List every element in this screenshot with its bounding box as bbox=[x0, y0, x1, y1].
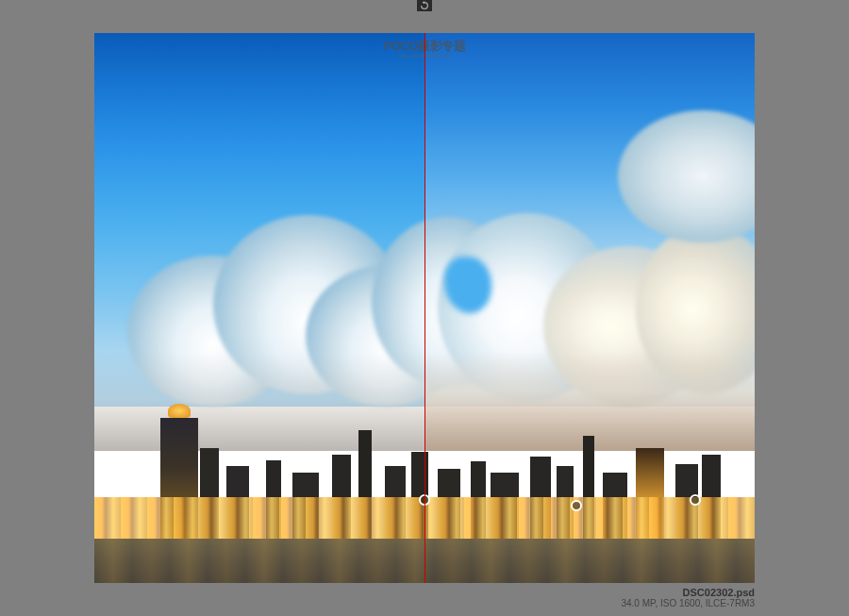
control-point[interactable] bbox=[571, 500, 582, 511]
image-preview[interactable]: POCO摄影专题 http://photo.poco.cn/ bbox=[94, 33, 755, 583]
rotate-icon bbox=[420, 1, 429, 10]
file-metadata: 34.0 MP, ISO 1600, ILCE-7RM3 bbox=[621, 598, 755, 608]
control-point[interactable] bbox=[690, 494, 701, 506]
rotate-handle[interactable] bbox=[417, 0, 432, 11]
file-name: DSC02302.psd bbox=[621, 587, 755, 598]
split-divider[interactable] bbox=[424, 33, 425, 583]
file-info: DSC02302.psd 34.0 MP, ISO 1600, ILCE-7RM… bbox=[621, 587, 755, 608]
